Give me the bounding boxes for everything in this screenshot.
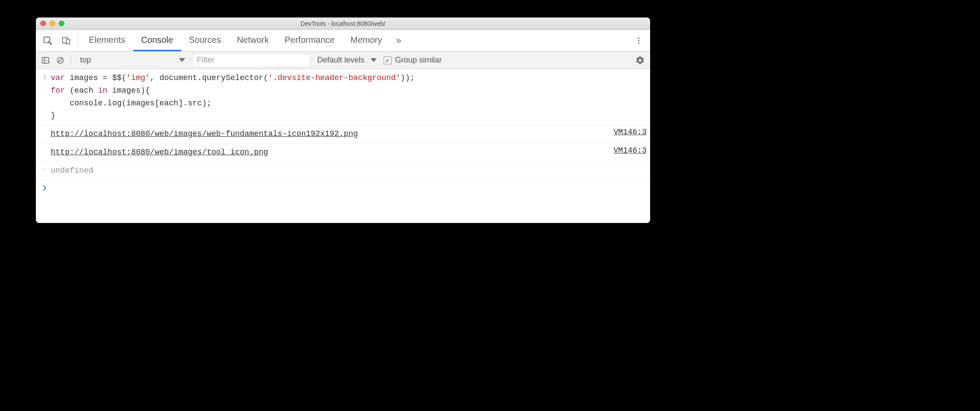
svg-point-5 bbox=[638, 42, 639, 44]
filter-placeholder: Filter bbox=[197, 56, 214, 65]
clear-console-icon[interactable] bbox=[54, 54, 66, 66]
result-indicator-icon: ‹ bbox=[38, 164, 51, 173]
console-body[interactable]: ❯ var images = $$('img', document.queryS… bbox=[36, 69, 650, 223]
filter-input[interactable]: Filter bbox=[192, 54, 310, 67]
log-source-link[interactable]: VM146:3 bbox=[608, 146, 647, 155]
console-input-row: ❯ var images = $$('img', document.queryS… bbox=[36, 69, 650, 125]
settings-menu-button[interactable] bbox=[630, 36, 648, 45]
log-message[interactable]: http://localhost:8080/web/images/tool_ic… bbox=[51, 146, 608, 159]
log-source-link[interactable]: VM146:3 bbox=[608, 128, 647, 136]
svg-rect-2 bbox=[66, 39, 70, 44]
gutter bbox=[38, 128, 51, 129]
console-toolbar: top Filter Default levels ✓ Group simila… bbox=[36, 52, 650, 69]
console-settings-icon[interactable] bbox=[634, 56, 647, 65]
main-tabbar: Elements Console Sources Network Perform… bbox=[36, 30, 650, 52]
console-log-row: http://localhost:8080/web/images/web-fun… bbox=[36, 125, 650, 143]
show-console-sidebar-icon[interactable] bbox=[39, 54, 52, 66]
titlebar: DevTools - localhost:8080/web/ bbox=[36, 17, 650, 30]
svg-point-4 bbox=[638, 40, 639, 41]
console-result-row: ‹ undefined bbox=[36, 162, 650, 180]
inspect-element-icon[interactable] bbox=[38, 30, 57, 51]
svg-point-3 bbox=[638, 37, 639, 38]
chevron-down-icon bbox=[179, 58, 185, 62]
input-prompt-icon: ❯ bbox=[38, 72, 51, 81]
group-similar-toggle[interactable]: ✓ Group similar bbox=[384, 56, 442, 65]
group-similar-label: Group similar bbox=[395, 56, 442, 65]
result-value: undefined bbox=[51, 164, 647, 177]
tab-sources[interactable]: Sources bbox=[181, 30, 229, 51]
chevron-down-icon bbox=[371, 58, 377, 62]
tab-console[interactable]: Console bbox=[133, 30, 181, 51]
minimize-button[interactable] bbox=[49, 21, 55, 26]
gutter bbox=[38, 146, 51, 147]
log-levels-select[interactable]: Default levels bbox=[313, 56, 381, 65]
console-prompt-row[interactable]: ❯ bbox=[36, 180, 650, 195]
console-input-code: var images = $$('img', document.querySel… bbox=[51, 72, 647, 122]
device-toggle-icon[interactable] bbox=[57, 30, 75, 51]
tab-memory[interactable]: Memory bbox=[343, 30, 390, 51]
tab-performance[interactable]: Performance bbox=[277, 30, 343, 51]
log-levels-label: Default levels bbox=[317, 56, 364, 65]
more-tabs-button[interactable]: » bbox=[390, 30, 407, 51]
tabs: Elements Console Sources Network Perform… bbox=[81, 30, 390, 51]
separator bbox=[71, 56, 71, 65]
execution-context-select[interactable]: top bbox=[76, 54, 189, 67]
console-log-row: http://localhost:8080/web/images/tool_ic… bbox=[36, 143, 650, 162]
tab-network[interactable]: Network bbox=[229, 30, 276, 51]
checkbox-checked-icon: ✓ bbox=[384, 56, 392, 64]
maximize-button[interactable] bbox=[59, 21, 64, 26]
window-title: DevTools - localhost:8080/web/ bbox=[36, 20, 650, 27]
execution-context-value: top bbox=[80, 56, 91, 65]
tab-elements[interactable]: Elements bbox=[81, 30, 133, 51]
devtools-window: DevTools - localhost:8080/web/ Elements … bbox=[36, 17, 650, 223]
prompt-icon: ❯ bbox=[38, 183, 51, 192]
close-button[interactable] bbox=[40, 21, 46, 26]
separator bbox=[78, 34, 78, 47]
log-message[interactable]: http://localhost:8080/web/images/web-fun… bbox=[51, 128, 608, 140]
window-controls bbox=[40, 21, 64, 26]
